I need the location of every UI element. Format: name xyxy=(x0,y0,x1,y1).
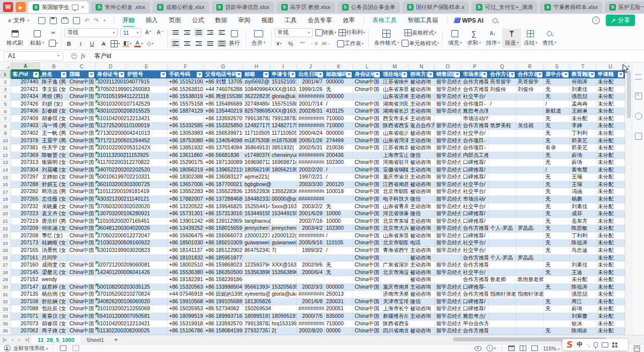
cell[interactable]: 合作方推荐 xyxy=(461,327,489,335)
cell[interactable]: +86 1863505000 xyxy=(204,269,243,277)
cell[interactable]: 124827175 xyxy=(270,122,297,130)
cell[interactable]: 864752343 xyxy=(243,247,270,254)
cell[interactable]: 320721200209060081 xyxy=(96,261,126,269)
cell[interactable]: 市场活动/ xyxy=(461,196,489,203)
cell[interactable]: 207219 xyxy=(11,218,40,225)
cell[interactable]: +86 xyxy=(168,115,204,123)
column-header-H[interactable]: H xyxy=(243,62,270,70)
cell[interactable]: +86 13611860 xyxy=(168,152,204,159)
cell[interactable]: 被动咨询 xyxy=(409,144,435,152)
cell[interactable] xyxy=(516,181,544,189)
cell[interactable]: 200436 xyxy=(325,152,353,159)
cell[interactable]: +86 田妮的1395 xyxy=(204,291,243,298)
cell[interactable]: 蔚玚 xyxy=(570,305,596,313)
cell[interactable]: 370105200210270824 xyxy=(96,291,126,298)
cell[interactable]: 重庆市渝北 xyxy=(381,173,409,181)
cell[interactable] xyxy=(516,239,544,247)
cell[interactable]: 未分配 xyxy=(596,320,625,328)
cell[interactable]: / xyxy=(489,101,516,108)
cell[interactable]: 陈祖涛 xyxy=(570,284,596,291)
cell[interactable]: +86 15319918 xyxy=(168,320,204,328)
cell[interactable]: 被动咨询 xyxy=(409,159,435,166)
cell[interactable] xyxy=(516,108,544,115)
find-button[interactable]: 查找▾ xyxy=(540,29,559,48)
cell[interactable]: 未分配 xyxy=(596,173,625,181)
cell[interactable]: 310113200211152925 xyxy=(96,152,126,159)
cell[interactable]: 主动咨询 xyxy=(409,108,435,115)
cell[interactable]: 207073 xyxy=(11,320,40,328)
header-cell[interactable]: 手机号码 xyxy=(168,70,204,78)
cell[interactable]: +86 18056219 xyxy=(168,166,204,174)
cell[interactable] xyxy=(516,159,544,166)
cell[interactable]: 湖南省浏阳 xyxy=(381,101,409,108)
cell[interactable]: China中国 xyxy=(353,210,381,218)
header-cell[interactable]: 申请专用 xyxy=(270,70,297,78)
cell[interactable]: China中国 xyxy=(353,305,381,313)
cell[interactable]: 151521001 xyxy=(270,78,297,86)
cell[interactable]: 舒妍玉 (女 xyxy=(40,181,68,189)
cell[interactable]: 102300 xyxy=(325,225,353,232)
cell[interactable]: 王瑞 xyxy=(570,173,596,181)
cell[interactable]: 山东省菏泽 xyxy=(381,137,409,145)
cell[interactable]: +86 15536380 xyxy=(168,269,204,277)
cell[interactable] xyxy=(516,196,544,203)
increase-indent-button[interactable] xyxy=(217,28,226,37)
cell[interactable]: 留学总经办 xyxy=(435,101,461,108)
cell[interactable]: 重庆市南岸 xyxy=(381,284,409,291)
cell[interactable]: 207406 xyxy=(11,108,40,115)
cell[interactable] xyxy=(489,313,516,320)
cell[interactable]: 王瑞 xyxy=(570,181,596,189)
header-cell[interactable]: 现住地址 xyxy=(381,70,409,78)
cell[interactable]: 2005/1/26 xyxy=(297,137,325,145)
cell[interactable]: China中国 xyxy=(353,284,381,291)
cell[interactable]: 刘素佳 xyxy=(570,203,596,211)
sogou-logo[interactable]: S xyxy=(566,340,573,349)
header-cell[interactable]: 客户id xyxy=(11,70,40,78)
cell[interactable]: 陈雨浓 xyxy=(570,327,596,335)
cell[interactable]: China中国 xyxy=(68,239,96,247)
row-header-36[interactable]: 36 xyxy=(0,327,11,335)
cell[interactable]: 2002/8/20 xyxy=(297,327,325,335)
column-header-M[interactable]: M xyxy=(381,62,409,70)
cell[interactable]: 207297 xyxy=(11,173,40,181)
cell[interactable]: 留学总经办 xyxy=(435,232,461,240)
column-header-D[interactable]: D xyxy=(96,62,126,70)
freeze-button[interactable]: 冻结▾ xyxy=(521,29,540,48)
cell[interactable]: China中国 xyxy=(68,130,96,137)
redo-icon[interactable]: ↷ xyxy=(94,17,99,24)
cut-button[interactable]: ✂ xyxy=(49,29,58,37)
system-label[interactable]: 业财管理系统 xyxy=(13,345,45,352)
cell[interactable]: 合作方推荐 xyxy=(461,276,489,284)
cell[interactable]: +86 1339985047 xyxy=(204,284,243,291)
cell[interactable]: 冯一博 (男 xyxy=(40,122,68,130)
cell[interactable]: 主动咨询 xyxy=(409,115,435,123)
cell[interactable]: 胡睿琪 (女 xyxy=(40,115,68,123)
cell[interactable]: 合作方推荐 xyxy=(461,78,489,86)
cell[interactable]: China中国 xyxy=(353,327,381,335)
docer-icon[interactable]: ▶ xyxy=(16,2,26,12)
cell[interactable]: 未分配 xyxy=(596,225,625,232)
cell[interactable]: +86 18002510 xyxy=(168,261,204,269)
cell[interactable]: 口碑推荐- xyxy=(461,284,489,291)
cell[interactable]: 留学总经办 xyxy=(435,130,461,137)
id-card-icon[interactable] xyxy=(60,345,66,351)
cell[interactable]: 654101200007050581 xyxy=(96,313,126,320)
cell[interactable] xyxy=(516,173,544,181)
document-tab[interactable]: S公务员国企事业单 xyxy=(338,2,400,13)
cell[interactable]: 207369 xyxy=(11,152,40,159)
row-header-22[interactable]: 22 xyxy=(0,225,11,232)
cell[interactable]: 包欣辰 (女 xyxy=(40,305,68,313)
cell[interactable] xyxy=(489,115,516,123)
cell[interactable] xyxy=(516,203,544,211)
cell[interactable] xyxy=(353,93,381,101)
cell[interactable]: 吕同学 xyxy=(40,254,68,262)
cell[interactable]: 207402 xyxy=(11,130,40,137)
cell[interactable]: 筑梦美程 xyxy=(489,122,516,130)
menu-item-6[interactable]: 视图 xyxy=(256,15,279,26)
cell[interactable]: 周子路 (女 xyxy=(40,327,68,335)
ime-toolbox-icon[interactable] xyxy=(612,342,617,347)
print-icon[interactable] xyxy=(61,18,68,24)
comma-style-button[interactable]: ⁰⁰⁰ xyxy=(298,39,307,48)
cell[interactable] xyxy=(381,254,409,262)
cell[interactable]: 留学总经办 xyxy=(435,203,461,211)
